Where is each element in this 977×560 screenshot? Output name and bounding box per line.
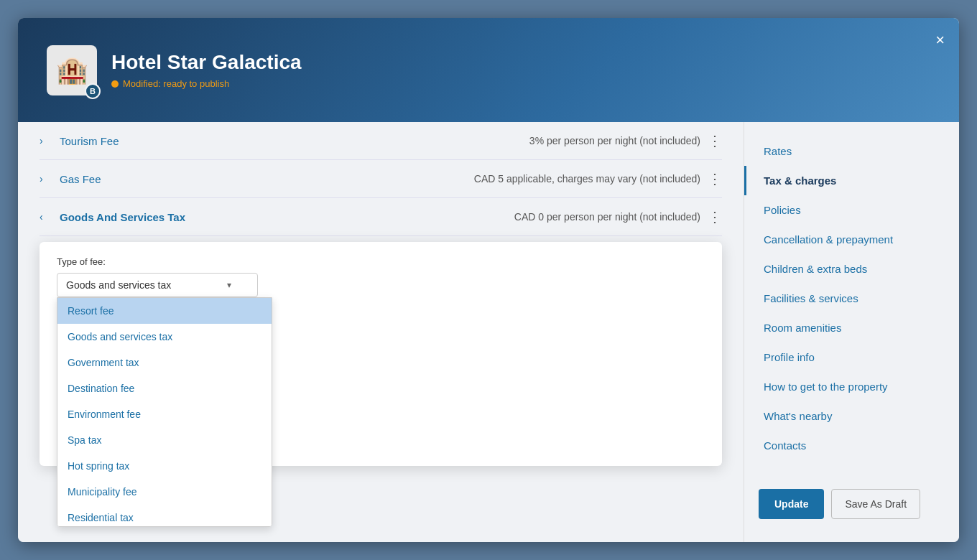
hotel-icon: 🏨 B (47, 45, 97, 95)
header: 🏨 B Hotel Star Galactica Modified: ready… (18, 18, 959, 122)
option-government-tax[interactable]: Government tax (57, 350, 272, 375)
fee-type-select-display[interactable]: Goods and services tax ▾ (57, 273, 258, 297)
option-destination-fee[interactable]: Destination fee (57, 375, 272, 401)
option-environment-fee[interactable]: Environment fee (57, 401, 272, 427)
option-resort-fee[interactable]: Resort fee (57, 298, 272, 324)
sidebar-item-room-amenities[interactable]: Room amenities (744, 313, 959, 342)
chevron-down-icon: ▾ (227, 280, 231, 290)
header-status: Modified: ready to publish (111, 78, 302, 89)
option-goods-services-tax[interactable]: Goods and services tax (57, 324, 272, 350)
gas-fee-name: Gas Fee (60, 173, 474, 185)
sidebar-item-cancellation[interactable]: Cancellation & prepayment (744, 225, 959, 254)
dropdown-form: Type of fee: Goods and services tax ▾ Re… (40, 242, 722, 466)
header-info: Hotel Star Galactica Modified: ready to … (111, 51, 302, 89)
fee-type-dropdown-list: Resort fee Goods and services tax Govern… (57, 297, 272, 527)
expand-arrow-gst: ‹ (40, 211, 52, 223)
sidebar-item-how-to-get[interactable]: How to get to the property (744, 372, 959, 401)
sidebar-item-policies[interactable]: Policies (744, 195, 959, 225)
tourism-fee-menu[interactable]: ⋮ (708, 132, 722, 149)
sidebar-item-contacts[interactable]: Contacts (744, 431, 959, 460)
selected-fee-type: Goods and services tax (66, 279, 171, 291)
gas-fee-menu[interactable]: ⋮ (708, 170, 722, 187)
tourism-fee-row[interactable]: › Tourism Fee 3% per person per night (n… (40, 122, 722, 160)
gas-fee-value: CAD 5 applicable, charges may vary (not … (474, 173, 700, 185)
sidebar-item-rates[interactable]: Rates (744, 136, 959, 166)
type-of-fee-label: Type of fee: (57, 256, 705, 267)
status-dot (111, 80, 119, 88)
main-content: › Tourism Fee 3% per person per night (n… (18, 122, 959, 542)
sidebar-item-children-extra-beds[interactable]: Children & extra beds (744, 254, 959, 284)
expand-arrow-tourism: › (40, 135, 52, 146)
tourism-fee-name: Tourism Fee (60, 135, 529, 147)
sidebar-nav: Rates Tax & charges Policies Cancellatio… (744, 136, 959, 460)
close-button[interactable]: × (935, 31, 945, 50)
sidebar: Rates Tax & charges Policies Cancellatio… (744, 122, 959, 542)
fee-type-select-wrapper[interactable]: Goods and services tax ▾ Resort fee Good… (57, 273, 258, 297)
gst-fee-menu[interactable]: ⋮ (708, 208, 722, 225)
sidebar-item-tax-charges[interactable]: Tax & charges (744, 166, 959, 195)
sidebar-item-facilities[interactable]: Facilities & services (744, 284, 959, 313)
sidebar-item-profile-info[interactable]: Profile info (744, 342, 959, 372)
status-text: Modified: ready to publish (123, 78, 229, 89)
hotel-name: Hotel Star Galactica (111, 51, 302, 74)
option-spa-tax[interactable]: Spa tax (57, 427, 272, 453)
content-area: › Tourism Fee 3% per person per night (n… (18, 122, 744, 542)
option-municipality-fee[interactable]: Municipality fee (57, 479, 272, 505)
main-window: 🏨 B Hotel Star Galactica Modified: ready… (18, 18, 959, 542)
sidebar-item-nearby[interactable]: What's nearby (744, 401, 959, 431)
option-residential-tax[interactable]: Residential tax (57, 505, 272, 527)
building-icon: 🏨 (56, 55, 88, 85)
gst-fee-name: Goods And Services Tax (60, 211, 514, 223)
badge-b: B (85, 83, 101, 99)
gas-fee-row[interactable]: › Gas Fee CAD 5 applicable, charges may … (40, 160, 722, 198)
expand-arrow-gas: › (40, 173, 52, 185)
tourism-fee-value: 3% per person per night (not included) (529, 135, 700, 146)
gst-fee-row[interactable]: ‹ Goods And Services Tax CAD 0 per perso… (40, 198, 722, 236)
gst-fee-value: CAD 0 per person per night (not included… (514, 211, 700, 223)
sidebar-buttons: Update Save As Draft (744, 475, 959, 519)
update-button[interactable]: Update (759, 489, 824, 519)
save-draft-button[interactable]: Save As Draft (831, 489, 920, 519)
option-hot-spring-tax[interactable]: Hot spring tax (57, 453, 272, 479)
